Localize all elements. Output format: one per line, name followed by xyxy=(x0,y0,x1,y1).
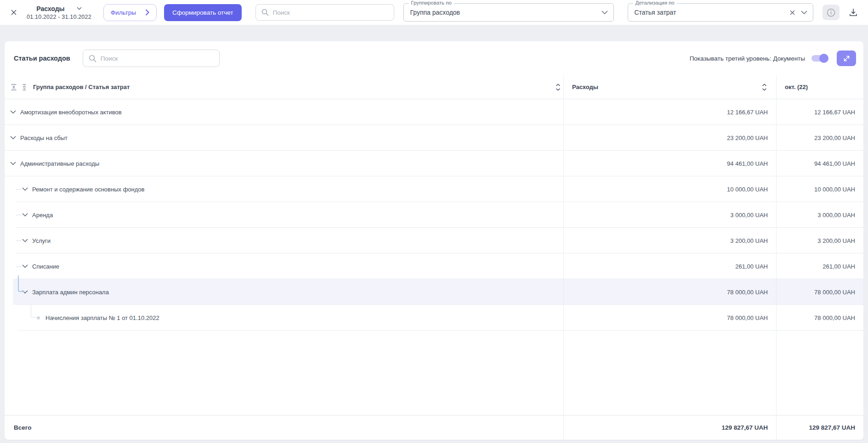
row-label: Административные расходы xyxy=(20,160,99,167)
detail-by-label: Детализация по xyxy=(633,0,677,6)
detail-by-value: Статья затрат xyxy=(635,9,790,16)
column-header-group: Группа расходов / Статья затрат xyxy=(5,75,563,99)
row-expand-chevron[interactable] xyxy=(22,239,28,242)
group-by-select[interactable]: Группировать по Группа расходов xyxy=(403,3,614,22)
expenses-cell: 12 166,67 UAH xyxy=(563,99,776,125)
oct-cell: 78 000,00 UAH xyxy=(776,305,863,331)
panel-search-input[interactable] xyxy=(101,55,214,62)
column-header-expenses: Расходы xyxy=(563,75,776,99)
table-row[interactable]: Расходы на сбыт 23 200,00 UAH 23 200,00 … xyxy=(5,125,863,151)
table-row[interactable]: Услуги 3 200,00 UAH 3 200,00 UAH xyxy=(5,228,863,253)
oct-value: 78 000,00 UAH xyxy=(814,289,855,296)
filters-button-label: Фильтры xyxy=(111,9,136,16)
row-expand-chevron[interactable] xyxy=(22,187,28,191)
close-icon xyxy=(10,9,17,16)
column-label: окт. (22) xyxy=(785,84,808,90)
expenses-value: 3 200,00 UAH xyxy=(730,237,768,244)
chevron-down-icon[interactable] xyxy=(801,11,807,15)
column-label: Расходы xyxy=(572,84,598,90)
collapse-all-icon[interactable] xyxy=(10,84,17,91)
oct-cell: 12 166,67 UAH xyxy=(776,99,863,125)
third-level-toggle[interactable] xyxy=(811,55,828,62)
row-expand-chevron[interactable] xyxy=(10,110,16,114)
tree-connector-line xyxy=(16,215,22,215)
table-row[interactable]: Амортизация внеоборотных активов 12 166,… xyxy=(5,99,863,125)
oct-cell: 94 461,00 UAH xyxy=(776,151,863,176)
oct-cell: 23 200,00 UAH xyxy=(776,125,863,151)
column-header-oct: окт. (22) xyxy=(776,75,863,99)
table-row[interactable]: Административные расходы 94 461,00 UAH 9… xyxy=(5,151,863,176)
table-row[interactable]: Ремонт и содержание основных фондов 10 0… xyxy=(5,176,863,202)
chevron-down-icon[interactable] xyxy=(77,7,82,10)
column-label: Группа расходов / Статья затрат xyxy=(33,84,130,90)
table-row[interactable]: Зарплата админ персонала 78 000,00 UAH 7… xyxy=(5,279,863,305)
total-oct-value: 129 827,67 UAH xyxy=(809,424,855,431)
info-icon xyxy=(827,8,835,17)
oct-value: 3 000,00 UAH xyxy=(817,212,855,219)
row-expand-chevron[interactable] xyxy=(10,162,16,165)
chevron-down-icon xyxy=(22,213,28,217)
table-header: Группа расходов / Статья затрат Расходы … xyxy=(5,75,863,99)
oct-value: 3 200,00 UAH xyxy=(817,237,855,244)
expense-items-panel: Статьи расходов Показывать третий уровен… xyxy=(5,41,863,440)
table-row[interactable]: Начисления зарплаты № 1 от 01.10.2022 78… xyxy=(5,305,863,331)
row-name-cell: Административные расходы xyxy=(5,151,563,176)
oct-value: 12 166,67 UAH xyxy=(814,109,855,116)
expenses-value: 3 000,00 UAH xyxy=(730,212,768,219)
row-label: Начисления зарплаты № 1 от 01.10.2022 xyxy=(45,314,159,321)
date-range: 01.10.2022 - 31.10.2022 xyxy=(27,14,91,20)
oct-cell: 261,00 UAH xyxy=(776,253,863,279)
row-expand-chevron[interactable] xyxy=(22,264,28,268)
search-icon xyxy=(261,9,269,16)
expenses-cell: 10 000,00 UAH xyxy=(563,176,776,202)
expenses-value: 12 166,67 UAH xyxy=(727,109,768,116)
table-row[interactable]: Списание 261,00 UAH 261,00 UAH xyxy=(5,253,863,279)
third-level-toggle-label: Показывать третий уровень: Документы xyxy=(690,55,805,62)
expand-all-icon[interactable] xyxy=(21,84,28,91)
expenses-value: 78 000,00 UAH xyxy=(727,314,768,321)
expand-icon xyxy=(843,55,851,62)
row-expand-chevron[interactable] xyxy=(10,136,16,140)
fullscreen-button[interactable] xyxy=(837,50,856,66)
row-label: Ремонт и содержание основных фондов xyxy=(32,186,144,193)
toggle-knob xyxy=(819,54,828,63)
expenses-value: 94 461,00 UAH xyxy=(727,160,768,167)
close-button[interactable] xyxy=(7,6,20,19)
document-bullet xyxy=(37,316,40,320)
oct-value: 23 200,00 UAH xyxy=(814,135,855,141)
row-label: Услуги xyxy=(32,237,51,244)
row-expand-chevron[interactable] xyxy=(22,213,28,217)
download-button[interactable] xyxy=(846,5,861,20)
report-title-block: Расходы 01.10.2022 - 31.10.2022 xyxy=(27,5,91,20)
expenses-cell: 94 461,00 UAH xyxy=(563,151,776,176)
expenses-cell: 78 000,00 UAH xyxy=(563,279,776,305)
panel-search-box xyxy=(83,50,220,67)
group-by-label: Группировать по xyxy=(409,0,454,6)
chevron-down-icon[interactable] xyxy=(601,11,608,15)
topbar-search-input[interactable] xyxy=(273,9,388,16)
table-row[interactable]: Аренда 3 000,00 UAH 3 000,00 UAH xyxy=(5,202,863,228)
row-name-cell: Амортизация внеоборотных активов xyxy=(5,99,563,125)
expenses-cell: 261,00 UAH xyxy=(563,253,776,279)
oct-value: 10 000,00 UAH xyxy=(814,186,855,193)
generate-report-button[interactable]: Сформировать отчет xyxy=(164,4,242,21)
tree-connector-line xyxy=(16,266,22,267)
tree-connector-line xyxy=(18,275,24,292)
filters-button[interactable]: Фильтры xyxy=(103,4,157,21)
tree-connector-line xyxy=(31,305,36,318)
sort-button[interactable] xyxy=(762,84,767,91)
info-button[interactable] xyxy=(823,5,840,20)
table-body: Амортизация внеоборотных активов 12 166,… xyxy=(5,99,863,331)
row-name-cell: Расходы на сбыт xyxy=(5,125,563,151)
row-label: Списание xyxy=(32,263,59,270)
clear-icon[interactable] xyxy=(789,10,795,16)
chevron-down-icon xyxy=(10,110,16,114)
detail-by-select[interactable]: Детализация по Статья затрат xyxy=(628,3,814,22)
row-label: Аренда xyxy=(32,212,53,219)
expenses-cell: 3 200,00 UAH xyxy=(563,228,776,253)
row-name-cell: Аренда xyxy=(5,202,563,228)
sort-button[interactable] xyxy=(556,84,561,91)
group-by-value: Группа расходов xyxy=(410,9,601,16)
page-title: Расходы xyxy=(36,5,64,12)
topbar: Расходы 01.10.2022 - 31.10.2022 Фильтры … xyxy=(0,0,868,25)
